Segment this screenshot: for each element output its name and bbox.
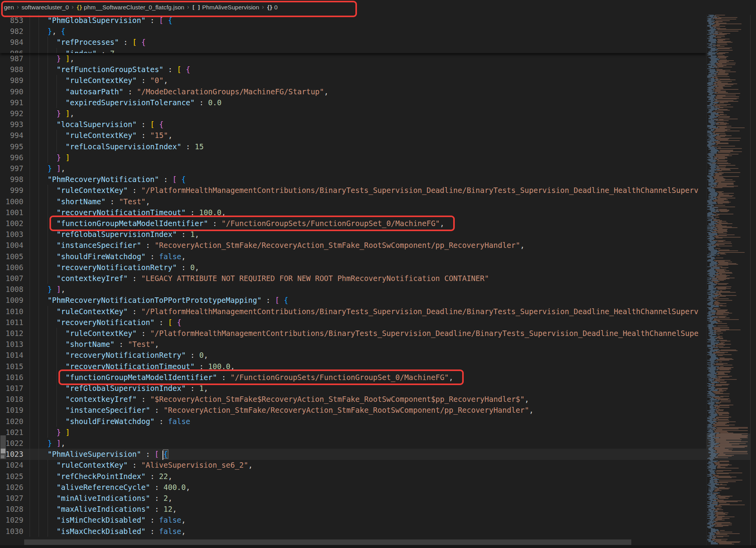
code-line-1025[interactable]: 1025"refCheckPointIndex" : 22, — [0, 471, 706, 482]
code-line-989[interactable]: 989"ruleContextKey" : "0", — [0, 75, 706, 86]
token-n: 12 — [164, 505, 173, 513]
token-u: } — [48, 164, 52, 173]
code-line-1013[interactable]: 1013"shortName" : "Test", — [0, 339, 706, 350]
indent-guide — [30, 449, 30, 460]
code-line-1030[interactable]: 1030"isMaxCheckDisabled" : false, — [0, 526, 706, 537]
token-p: : — [115, 340, 128, 348]
code-line-1016[interactable]: 1016"functionGroupMetaModelIdentifier" :… — [0, 372, 706, 383]
breadcrumb-item-0[interactable]: {}0 — [267, 4, 277, 11]
token-p: , — [70, 54, 74, 63]
token-k: "isMaxCheckDisabled" — [57, 527, 146, 536]
token-s: "LEGACY ATTRIBUTE NOT REQUIRED FOR NEW R… — [141, 274, 489, 283]
breadcrumb-item-gen[interactable]: gen — [4, 4, 14, 11]
indent-guide — [30, 394, 30, 405]
code-line-853[interactable]: 853"PhmGlobalSupervision" : [ { — [0, 15, 706, 26]
token-m: [ — [172, 175, 177, 184]
indent-guide — [30, 119, 30, 130]
code-line-1018[interactable]: 1018"contextkeyIref" : "$RecoveryAction_… — [0, 394, 706, 405]
code-line-1012[interactable]: 1012"ruleContextKey" : "/PlatformHealthM… — [0, 328, 706, 339]
code-line-1006[interactable]: 1006"recoveryNotificationRetry" : 0, — [0, 262, 706, 273]
indent-guide — [48, 229, 48, 240]
code-line-1022[interactable]: 1022} ], — [0, 438, 706, 449]
breadcrumb-item-phmalivesupervision[interactable]: [ ]PhmAliveSupervision — [192, 4, 259, 11]
breadcrumb-separator-icon: › — [17, 4, 19, 11]
token-y: [ — [168, 318, 172, 327]
indent-guide — [30, 460, 30, 470]
indent-guide — [39, 229, 39, 240]
code-line-1001[interactable]: 1001"recoveryNotificationTimeout" : 100.… — [0, 207, 706, 218]
minimap[interactable] — [706, 0, 751, 548]
breadcrumb-item-phm-softwarecluster-0-flatcfg-json[interactable]: {}phm__SoftwareCluster_0_flatcfg.json — [76, 4, 184, 11]
code-line-1017[interactable]: 1017"refGlobalSupervisionIndex" : 1, — [0, 383, 706, 394]
code-line-987[interactable]: 987} ], — [0, 53, 706, 64]
code-line-1009[interactable]: 1009"PhmRecoveryNotificationToPPortProto… — [0, 295, 706, 306]
code-line-996[interactable]: 996} ] — [0, 152, 706, 163]
code-line-995[interactable]: 995"refLocalSupervisionIndex" : 15 — [0, 141, 706, 152]
line-number: 1013 — [0, 339, 23, 350]
code-line-997[interactable]: 997} ], — [0, 163, 706, 174]
code-line-1011[interactable]: 1011"recoveryNotification" : [ { — [0, 317, 706, 328]
code-line-1021[interactable]: 1021} ] — [0, 427, 706, 438]
json-file-icon: {} — [76, 4, 82, 11]
code-line-1027[interactable]: 1027"minAliveIndications" : 2, — [0, 493, 706, 504]
code-line-1020[interactable]: 1020"shouldFireWatchdog" : false — [0, 416, 706, 427]
code-line-1002[interactable]: 1002"functionGroupMetaModelIdentifier" :… — [0, 218, 706, 229]
indent-guide — [30, 427, 30, 438]
code-line-1004[interactable]: 1004"instanceSpecifier" : "RecoveryActio… — [0, 240, 706, 251]
code-line-982[interactable]: 982}, { — [0, 26, 706, 37]
indent-guide — [30, 64, 30, 75]
code-line-1026[interactable]: 1026"aliveReferenceCycle" : 400.0, — [0, 482, 706, 493]
token-s: "$RecoveryAction_StmFake$RecoveryAction_… — [150, 395, 525, 403]
indent-guide — [30, 141, 30, 152]
code-line-992[interactable]: 992} ], — [0, 108, 706, 119]
token-p: , — [61, 439, 65, 447]
token-p: , — [172, 505, 177, 513]
code-line-1010[interactable]: 1010"ruleContextKey" : "/PlatformHealthM… — [0, 306, 706, 317]
code-line-1019[interactable]: 1019"instanceSpecifier" : "RecoveryActio… — [0, 405, 706, 416]
horizontal-scrollbar-thumb[interactable] — [24, 539, 631, 545]
token-k: "expiredSupervisionTolerance" — [65, 98, 195, 107]
indent-guide — [30, 207, 30, 218]
code-line-1029[interactable]: 1029"isMinCheckDisabled" : false, — [0, 514, 706, 526]
code-line-990[interactable]: 990"autosarPath" : "/ModeDeclarationGrou… — [0, 86, 706, 97]
token-b: false — [168, 417, 190, 426]
token-s: "0" — [150, 76, 163, 85]
indent-guide — [48, 97, 48, 108]
code-line-994[interactable]: 994"ruleContextKey" : "15", — [0, 130, 706, 141]
indent-guide — [30, 53, 30, 64]
indent-guide — [39, 383, 39, 394]
indent-guide — [48, 526, 48, 537]
line-number: 853 — [0, 15, 23, 26]
code-line-1005[interactable]: 1005"shouldFireWatchdog" : false, — [0, 251, 706, 262]
indent-guide — [30, 295, 30, 306]
code-line-1015[interactable]: 1015"recoveryNotificationTimeout" : 100.… — [0, 361, 706, 372]
token-p: : — [137, 131, 150, 140]
line-number: 1024 — [0, 460, 23, 470]
indent-guide — [39, 75, 39, 86]
line-number: 1003 — [0, 229, 23, 240]
code-line-1024[interactable]: 1024"ruleContextKey" : "AliveSupervision… — [0, 460, 706, 471]
code-line-1003[interactable]: 1003"refGlobalSupervisionIndex" : 1, — [0, 229, 706, 240]
editor-pane[interactable]: 987} ],988"refFunctionGroupStates" : [ {… — [0, 0, 706, 548]
vertical-scrollbar[interactable] — [750, 0, 756, 548]
code-text: "shortName" : "Test", — [65, 339, 159, 350]
code-line-993[interactable]: 993"localSupervision" : [ { — [0, 119, 706, 130]
code-line-991[interactable]: 991"expiredSupervisionTolerance" : 0.0 — [0, 97, 706, 108]
code-line-1000[interactable]: 1000"shortName" : "Test", — [0, 196, 706, 207]
code-line-1014[interactable]: 1014"recoveryNotificationRetry" : 0, — [0, 350, 706, 361]
minimap-slider[interactable] — [707, 433, 751, 460]
code-line-999[interactable]: 999"ruleContextKey" : "/PlatformHealthMa… — [0, 185, 706, 196]
code-line-1028[interactable]: 1028"maxAliveIndications" : 12, — [0, 504, 706, 515]
code-line-986[interactable]: 986"index" : 7 — [0, 48, 706, 53]
code-line-998[interactable]: 998"PhmRecoveryNotification" : [ { — [0, 174, 706, 185]
token-p: : — [186, 384, 199, 392]
code-line-1007[interactable]: 1007"contextkeyIref" : "LEGACY ATTRIBUTE… — [0, 273, 706, 284]
breadcrumb-item-softwarecluster-0[interactable]: softwarecluster_0 — [21, 4, 69, 11]
indent-guide — [39, 328, 39, 339]
code-line-988[interactable]: 988"refFunctionGroupStates" : [ { — [0, 64, 706, 75]
code-line-1008[interactable]: 1008} ], — [0, 284, 706, 295]
code-line-984[interactable]: 984"refProcesses" : [ { — [0, 37, 706, 48]
token-p — [52, 285, 56, 293]
code-line-1023[interactable]: 1023"PhmAliveSupervision" : [ { — [0, 449, 706, 460]
sticky-scroll-panel[interactable]: 853"PhmGlobalSupervision" : [ {982}, {98… — [0, 15, 706, 53]
